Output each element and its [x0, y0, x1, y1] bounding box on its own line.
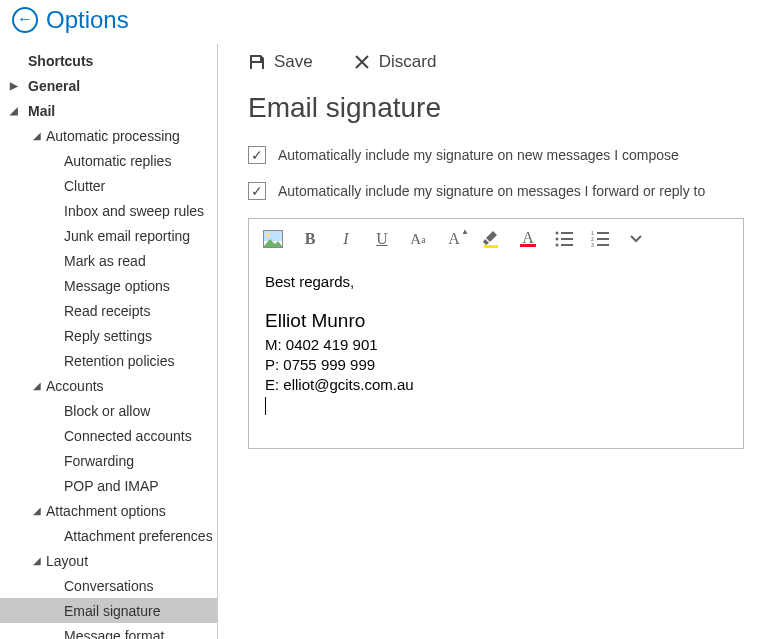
toolbar: Save Discard: [248, 44, 744, 92]
svg-rect-11: [597, 232, 609, 234]
more-options-button[interactable]: [627, 229, 645, 249]
nav-label: Automatic processing: [46, 128, 180, 144]
nav-forwarding[interactable]: Forwarding: [0, 448, 217, 473]
nav-pop-imap[interactable]: POP and IMAP: [0, 473, 217, 498]
caret-down-icon: ◢: [28, 380, 46, 391]
nav-label: General: [28, 78, 80, 94]
font-size-button[interactable]: Aa: [409, 229, 427, 249]
nav-label: Attachment preferences: [64, 528, 213, 544]
caret-down-icon: ◢: [28, 555, 46, 566]
back-button[interactable]: ←: [12, 7, 38, 33]
svg-point-6: [556, 238, 559, 241]
svg-rect-3: [484, 245, 498, 248]
nav-automatic-replies[interactable]: Automatic replies: [0, 148, 217, 173]
nav-clutter[interactable]: Clutter: [0, 173, 217, 198]
nav-label: Forwarding: [64, 453, 134, 469]
svg-text:3: 3: [591, 242, 594, 247]
svg-point-8: [556, 244, 559, 247]
superscript-button[interactable]: A▲: [445, 229, 463, 249]
nav-accounts[interactable]: ◢Accounts: [0, 373, 217, 398]
bold-button[interactable]: B: [301, 229, 319, 249]
nav-label: Attachment options: [46, 503, 166, 519]
signature-textarea[interactable]: Best regards, Elliot Munro M: 0402 419 9…: [249, 259, 743, 448]
nav-block-allow[interactable]: Block or allow: [0, 398, 217, 423]
nav-email-signature[interactable]: Email signature: [0, 598, 217, 623]
nav-label: Message format: [64, 628, 164, 640]
header-title: Options: [46, 6, 129, 34]
discard-label: Discard: [379, 52, 437, 72]
caret-down-icon: ◢: [28, 505, 46, 516]
signature-mobile: M: 0402 419 901: [265, 336, 727, 353]
nav-mark-as-read[interactable]: Mark as read: [0, 248, 217, 273]
caret-down-icon: ◢: [28, 130, 46, 141]
numbered-list-button[interactable]: 123: [591, 229, 609, 249]
nav-label: Message options: [64, 278, 170, 294]
nav-attachment-preferences[interactable]: Attachment preferences: [0, 523, 217, 548]
highlight-button[interactable]: [481, 229, 501, 249]
nav-general[interactable]: ▶General: [0, 73, 217, 98]
nav-label: Email signature: [64, 603, 161, 619]
signature-email: E: elliot@gcits.com.au: [265, 376, 727, 393]
svg-point-2: [266, 233, 270, 237]
signature-phone: P: 0755 999 999: [265, 356, 727, 373]
caret-down-icon: ◢: [0, 105, 28, 116]
discard-button[interactable]: Discard: [353, 52, 437, 72]
nav-attachment-options[interactable]: ◢Attachment options: [0, 498, 217, 523]
nav-conversations[interactable]: Conversations: [0, 573, 217, 598]
signature-editor: B I U Aa A▲ A 123: [248, 218, 744, 449]
nav-message-options[interactable]: Message options: [0, 273, 217, 298]
svg-rect-7: [561, 238, 573, 240]
nav-reply-settings[interactable]: Reply settings: [0, 323, 217, 348]
back-arrow-icon: ←: [17, 11, 33, 27]
nav-label: Block or allow: [64, 403, 150, 419]
nav-message-format[interactable]: Message format: [0, 623, 217, 639]
editor-toolbar: B I U Aa A▲ A 123: [249, 219, 743, 259]
italic-button[interactable]: I: [337, 229, 355, 249]
nav-retention-policies[interactable]: Retention policies: [0, 348, 217, 373]
signature-closing: Best regards,: [265, 273, 727, 290]
nav-mail[interactable]: ◢Mail: [0, 98, 217, 123]
font-color-button[interactable]: A: [519, 229, 537, 249]
nav-label: Conversations: [64, 578, 154, 594]
nav-label: POP and IMAP: [64, 478, 159, 494]
nav-label: Inbox and sweep rules: [64, 203, 204, 219]
svg-rect-13: [597, 238, 609, 240]
main-content: Save Discard Email signature ✓ Automatic…: [218, 44, 768, 639]
text-cursor-icon: [265, 397, 266, 415]
checkbox-include-reply[interactable]: ✓ Automatically include my signature on …: [248, 182, 744, 200]
nav-label: Connected accounts: [64, 428, 192, 444]
nav-junk-email[interactable]: Junk email reporting: [0, 223, 217, 248]
nav-shortcuts[interactable]: Shortcuts: [0, 48, 217, 73]
signature-name: Elliot Munro: [265, 310, 727, 332]
checkbox-label: Automatically include my signature on ne…: [278, 147, 679, 163]
caret-right-icon: ▶: [0, 80, 28, 91]
nav-label: Layout: [46, 553, 88, 569]
checkbox-label: Automatically include my signature on me…: [278, 183, 705, 199]
nav-label: Mark as read: [64, 253, 146, 269]
nav-inbox-sweep[interactable]: Inbox and sweep rules: [0, 198, 217, 223]
insert-image-button[interactable]: [263, 229, 283, 249]
nav-label: Retention policies: [64, 353, 175, 369]
nav-layout[interactable]: ◢Layout: [0, 548, 217, 573]
bullet-list-button[interactable]: [555, 229, 573, 249]
nav-connected-accounts[interactable]: Connected accounts: [0, 423, 217, 448]
underline-button[interactable]: U: [373, 229, 391, 249]
checkbox-include-new[interactable]: ✓ Automatically include my signature on …: [248, 146, 744, 164]
page-title: Email signature: [248, 92, 744, 124]
svg-rect-15: [597, 244, 609, 246]
save-button[interactable]: Save: [248, 52, 313, 72]
save-label: Save: [274, 52, 313, 72]
nav-label: Automatic replies: [64, 153, 171, 169]
checkbox-icon: ✓: [248, 182, 266, 200]
nav-label: Read receipts: [64, 303, 150, 319]
svg-rect-5: [561, 232, 573, 234]
discard-icon: [353, 53, 371, 71]
save-icon: [248, 53, 266, 71]
nav-label: Clutter: [64, 178, 105, 194]
nav-label: Reply settings: [64, 328, 152, 344]
checkbox-icon: ✓: [248, 146, 266, 164]
svg-point-4: [556, 232, 559, 235]
nav-automatic-processing[interactable]: ◢Automatic processing: [0, 123, 217, 148]
nav-read-receipts[interactable]: Read receipts: [0, 298, 217, 323]
nav-label: Shortcuts: [28, 53, 93, 69]
